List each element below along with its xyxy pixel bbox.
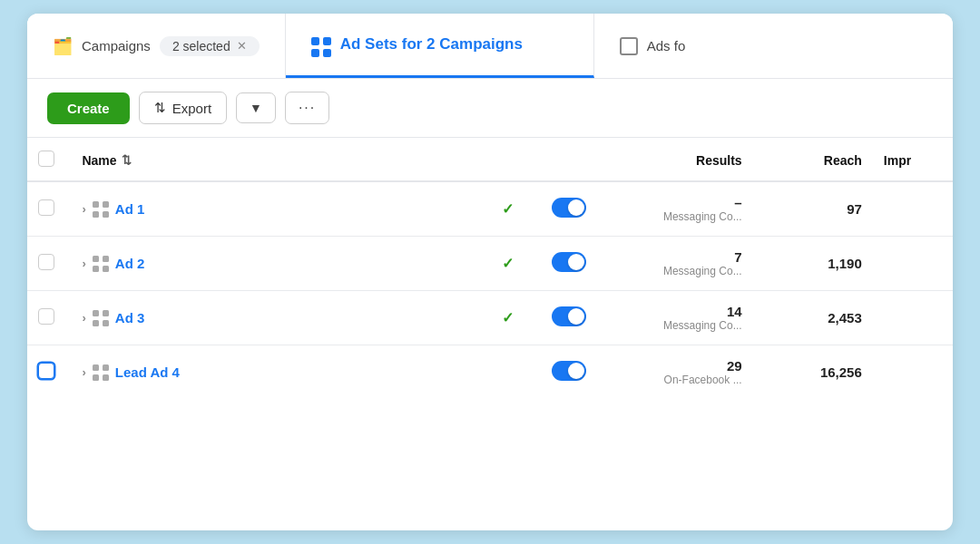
ads-square-icon — [620, 37, 638, 55]
th-reach-label: Reach — [824, 153, 862, 168]
main-card: 🗂️ Campaigns 2 selected ✕ Ad Sets for 2 … — [27, 14, 953, 530]
table-row: › Ad 2 ✓ 7 Messaging Co... 1,190 — [27, 237, 953, 291]
tab-campaigns[interactable]: 🗂️ Campaigns 2 selected ✕ — [27, 14, 286, 78]
row-impr-cell — [873, 345, 953, 400]
row-grid-icon — [93, 310, 109, 326]
row-checkbox[interactable] — [38, 363, 54, 379]
row-expand-icon[interactable]: › — [82, 365, 85, 379]
row-checkbox[interactable] — [38, 199, 54, 216]
tab-adsets[interactable]: Ad Sets for 2 Campaigns — [286, 14, 594, 78]
table-row: › Ad 3 ✓ 14 Messaging Co... 2,453 — [27, 291, 953, 345]
campaigns-badge: 2 selected ✕ — [160, 36, 260, 56]
row-name-cell: › Lead Ad 4 — [71, 345, 491, 400]
row-toggle-cell — [541, 291, 603, 345]
table-header-row: Name ⇅ Results Reach Impr — [27, 138, 953, 181]
row-toggle[interactable] — [552, 252, 586, 272]
row-grid-icon — [93, 364, 109, 381]
row-name-label: Ad 1 — [115, 201, 145, 217]
row-results-cell: 14 Messaging Co... — [603, 291, 752, 345]
row-grid-icon — [93, 201, 109, 218]
row-name-label: Ad 3 — [115, 310, 145, 325]
more-button[interactable]: ··· — [285, 92, 329, 124]
th-sort — [491, 138, 541, 181]
export-button[interactable]: ⇅ Export — [139, 92, 227, 124]
row-name-label: Lead Ad 4 — [115, 364, 180, 380]
row-results-cell: – Messaging Co... — [603, 181, 752, 237]
th-check — [27, 138, 71, 181]
th-impr: Impr — [873, 138, 953, 181]
row-results-main: 7 — [613, 249, 741, 265]
row-toggle-cell — [541, 345, 603, 400]
create-button[interactable]: Create — [47, 92, 130, 124]
row-toggle-cell — [541, 237, 603, 291]
row-check-cell — [27, 345, 71, 400]
row-toggle[interactable] — [552, 306, 586, 326]
row-impr-cell — [873, 237, 953, 291]
dropdown-button[interactable]: ▼ — [236, 92, 276, 123]
badge-close-icon[interactable]: ✕ — [237, 39, 247, 53]
name-sort-icon[interactable]: ⇅ — [122, 153, 132, 167]
table-body: › Ad 1 ✓ – Messaging Co... 97 — [27, 181, 953, 399]
row-name-cell: › Ad 2 — [71, 237, 491, 291]
header-checkbox[interactable] — [38, 151, 54, 167]
row-verified-cell: ✓ — [491, 291, 541, 345]
badge-text: 2 selected — [172, 39, 230, 53]
row-results-sub: Messaging Co... — [613, 265, 741, 277]
row-reach-cell: 16,256 — [753, 345, 873, 400]
verified-icon: ✓ — [502, 201, 514, 217]
row-results-sub: Messaging Co... — [613, 319, 741, 332]
table-row: › Ad 1 ✓ – Messaging Co... 97 — [27, 181, 953, 237]
row-impr-cell — [873, 181, 953, 237]
export-sort-icon: ⇅ — [154, 100, 166, 116]
row-toggle[interactable] — [552, 361, 586, 381]
row-reach-cell: 2,453 — [753, 291, 873, 345]
th-toggle — [541, 138, 603, 181]
folder-icon: 🗂️ — [53, 36, 73, 56]
tab-ads[interactable]: Ads fo — [594, 14, 711, 78]
row-results-main: 29 — [613, 358, 741, 374]
th-name-label: Name — [82, 153, 116, 168]
row-name-cell: › Ad 3 — [71, 291, 491, 345]
row-results-main: 14 — [613, 304, 741, 319]
row-verified-cell: ✓ — [491, 181, 541, 237]
tab-campaigns-label: Campaigns — [82, 38, 151, 53]
tab-ads-label: Ads fo — [647, 38, 686, 53]
row-expand-icon[interactable]: › — [82, 311, 85, 325]
tab-adsets-label: Ad Sets for 2 Campaigns — [340, 35, 523, 53]
row-verified-cell: ✓ — [491, 237, 541, 291]
th-name: Name ⇅ — [71, 138, 491, 181]
th-impr-label: Impr — [884, 153, 911, 168]
row-name-label: Ad 2 — [115, 256, 145, 271]
verified-icon: ✓ — [502, 310, 514, 325]
row-check-cell — [27, 291, 71, 345]
table-row: › Lead Ad 4 29 On-Facebook ... 16,256 — [27, 345, 953, 400]
row-results-cell: 7 Messaging Co... — [603, 237, 752, 291]
row-grid-icon — [93, 256, 109, 272]
th-results: Results — [603, 138, 752, 181]
th-reach: Reach — [753, 138, 873, 181]
table-wrap: Name ⇅ Results Reach Impr — [27, 138, 953, 530]
row-checkbox[interactable] — [38, 254, 54, 270]
export-label: Export — [172, 101, 211, 116]
row-results-sub: On-Facebook ... — [613, 374, 741, 386]
row-reach-cell: 97 — [753, 181, 873, 237]
row-checkbox[interactable] — [38, 308, 54, 325]
row-expand-icon[interactable]: › — [82, 257, 85, 270]
verified-icon: ✓ — [502, 256, 514, 271]
row-impr-cell — [873, 291, 953, 345]
row-reach-cell: 1,190 — [753, 237, 873, 291]
row-results-cell: 29 On-Facebook ... — [603, 345, 752, 400]
tab-bar: 🗂️ Campaigns 2 selected ✕ Ad Sets for 2 … — [27, 14, 953, 79]
ad-sets-table: Name ⇅ Results Reach Impr — [27, 138, 953, 399]
row-toggle-cell — [541, 181, 603, 237]
row-results-sub: Messaging Co... — [613, 210, 741, 223]
row-expand-icon[interactable]: › — [82, 202, 85, 216]
toolbar: Create ⇅ Export ▼ ··· — [27, 79, 953, 138]
row-toggle[interactable] — [552, 198, 586, 218]
row-results-main: – — [613, 195, 741, 210]
row-check-cell — [27, 237, 71, 291]
adsets-grid-icon — [311, 32, 331, 57]
th-results-label: Results — [696, 153, 742, 168]
row-verified-cell — [491, 345, 541, 400]
row-name-cell: › Ad 1 — [71, 181, 491, 237]
